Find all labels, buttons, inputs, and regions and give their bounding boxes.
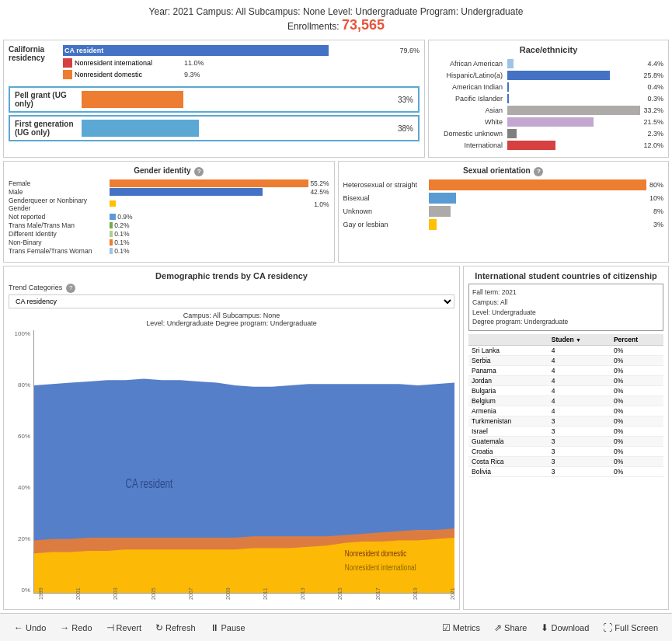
gender-nb: Non-Binary 0.1% xyxy=(9,239,329,246)
race-label-0: African American xyxy=(433,60,507,68)
intl-box: International student countries of citiz… xyxy=(463,266,669,610)
orient-bi: Bisexual 10% xyxy=(343,193,664,204)
pct-israel: 0% xyxy=(611,427,663,437)
race-pct-2: 0.4% xyxy=(647,83,663,91)
share-label: Share xyxy=(504,623,527,632)
race-label-7: International xyxy=(433,141,507,149)
x-2013: 2013 xyxy=(300,590,309,600)
gender-tfw: Trans Female/Trans Woman 0.1% xyxy=(9,247,329,255)
race-pct-0: 4.4% xyxy=(647,60,663,68)
x-2019: 2019 xyxy=(413,590,422,600)
share-button[interactable]: ⇗ Share xyxy=(489,620,531,636)
gender-nr: Not reported 0.9% xyxy=(9,213,329,221)
race-bar-3 xyxy=(507,94,509,103)
pell-grant-bar-wrap xyxy=(82,91,390,108)
students-turkmenistan: 3 xyxy=(548,416,611,427)
table-row: Jordan40% xyxy=(468,376,663,386)
race-pct-7: 12.0% xyxy=(643,141,663,149)
students-guatemala: 3 xyxy=(548,437,611,447)
race-pct-4: 33.2% xyxy=(643,106,663,114)
pct-jordan: 0% xyxy=(611,376,663,386)
y-axis: 100% 80% 60% 40% 20% 0% xyxy=(9,330,32,594)
country-bulgaria: Bulgaria xyxy=(468,386,548,396)
header-title: Year: 2021 Campus: All Subcampus: None L… xyxy=(0,6,672,17)
gender-nb-pct: 0.1% xyxy=(114,239,129,246)
table-row: Israel30% xyxy=(468,427,663,437)
country-panama: Panama xyxy=(468,366,548,376)
x-2017: 2017 xyxy=(375,590,385,600)
ca-res-header: Californiaresidency CA resident 79.6% xyxy=(9,45,420,82)
nr-intl-text: Nonresident international xyxy=(75,59,152,67)
gender-male-label: Male xyxy=(9,188,110,196)
gender-nbgq-bar-wrap xyxy=(110,200,312,208)
gender-female-label: Female xyxy=(9,179,110,187)
race-row-1: Hispanic/Latino(a) 25.8% xyxy=(433,71,663,80)
first-gen-bar xyxy=(82,120,199,137)
y-label-60: 60% xyxy=(9,433,32,440)
gender-female-pct: 55.2% xyxy=(310,179,329,187)
revert-label: Revert xyxy=(117,623,141,632)
trend-dropdown[interactable]: CA residency xyxy=(9,294,454,308)
enrollment-value: 73,565 xyxy=(342,17,385,33)
country-jordan: Jordan xyxy=(468,376,548,386)
ca-residency-title: Californiaresidency xyxy=(9,45,63,62)
x-2001: 2001 xyxy=(75,590,85,600)
download-icon: ⬇ xyxy=(541,622,548,633)
race-bar-7 xyxy=(507,141,555,150)
pct-panama: 0% xyxy=(611,366,663,376)
race-pct-6: 2.3% xyxy=(647,130,663,138)
pell-grant-pct: 33% xyxy=(398,96,413,104)
x-2005: 2005 xyxy=(151,590,160,600)
gender-nr-label: Not reported xyxy=(9,213,110,221)
redo-label: Redo xyxy=(71,623,92,632)
pct-guatemala: 0% xyxy=(611,437,663,447)
metrics-icon: ☑ xyxy=(442,622,451,633)
intl-campus: Campus: All xyxy=(472,298,660,308)
table-row: Bolivia30% xyxy=(468,467,663,477)
x-2003: 2003 xyxy=(113,590,122,600)
pell-grant-bar xyxy=(82,91,183,108)
pause-button[interactable]: ⏸ Pause xyxy=(205,620,250,636)
undo-button[interactable]: ← Undo xyxy=(9,620,50,636)
table-row: Guatemala30% xyxy=(468,437,663,447)
first-gen-pct: 38% xyxy=(398,124,413,133)
orientation-help-icon[interactable]: ? xyxy=(534,167,543,176)
orient-bi-bar-wrap xyxy=(429,193,646,204)
students-bulgaria: 4 xyxy=(548,386,611,396)
gender-female-bar xyxy=(110,179,308,187)
metrics-label: Metrics xyxy=(453,623,480,632)
orient-bi-pct: 10% xyxy=(649,194,663,202)
race-bar-4 xyxy=(507,106,640,115)
col-students: Studen ▼ xyxy=(548,334,611,346)
trend-help-icon[interactable]: ? xyxy=(66,284,75,293)
metrics-button[interactable]: ☑ Metrics xyxy=(437,620,485,636)
students-costarica: 3 xyxy=(548,457,611,467)
fullscreen-button[interactable]: ⛶ Full Screen xyxy=(598,620,663,636)
download-button[interactable]: ⬇ Download xyxy=(536,620,594,636)
chart-subtitle: Campus: All Subcampus: None Level: Under… xyxy=(9,312,454,327)
redo-icon: → xyxy=(60,622,69,633)
redo-button[interactable]: → Redo xyxy=(55,620,96,636)
revert-button[interactable]: ⊣ Revert xyxy=(102,620,146,636)
gender-nbgq: Genderqueer or Nonbinary Gender 1.0% xyxy=(9,197,329,212)
gender-tmm-label: Trans Male/Trans Man xyxy=(9,221,110,229)
header: Year: 2021 Campus: All Subcampus: None L… xyxy=(0,0,672,37)
refresh-button[interactable]: ↻ Refresh xyxy=(151,620,200,636)
gender-tfw-label: Trans Female/Trans Woman xyxy=(9,247,110,255)
students-belgium: 4 xyxy=(548,396,611,406)
chart-ca-label: CA resident xyxy=(126,476,173,491)
intl-table-wrap[interactable]: Studen ▼ Percent Sri Lanka40% Serbia40% … xyxy=(468,334,663,604)
y-label-100: 100% xyxy=(9,330,32,337)
orient-unknown-pct: 8% xyxy=(653,207,663,215)
gender-help-icon[interactable]: ? xyxy=(194,167,204,176)
students-armenia: 4 xyxy=(548,406,611,416)
pct-costarica: 0% xyxy=(611,457,663,467)
nr-intl-label: Nonresident international xyxy=(63,58,179,68)
y-label-20: 20% xyxy=(9,535,32,542)
race-label-5: White xyxy=(433,118,507,126)
orient-bi-label: Bisexual xyxy=(343,194,429,202)
intl-fall-term: Fall term: 2021 xyxy=(472,287,660,298)
gender-orientation-row: Gender identity ? Female 55.2% xyxy=(3,161,669,263)
share-icon: ⇗ xyxy=(494,622,502,633)
gender-male-pct: 42.5% xyxy=(310,188,329,196)
